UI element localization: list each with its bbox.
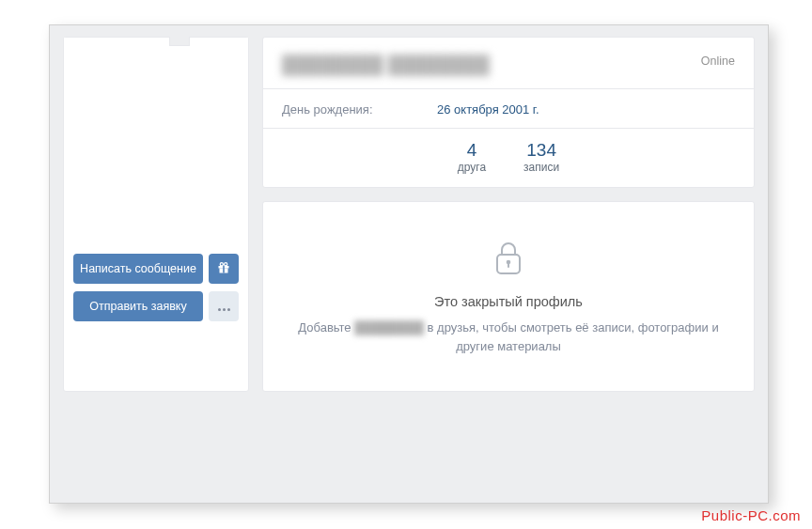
online-status: Online <box>701 54 735 68</box>
main-column: ████████ ████████ Online День рождения: … <box>262 37 755 392</box>
profile-info-card: ████████ ████████ Online День рождения: … <box>262 37 755 188</box>
private-title: Это закрытый профиль <box>282 294 735 309</box>
profile-header: ████████ ████████ Online <box>263 38 754 89</box>
counter-friends-count: 4 <box>458 140 486 161</box>
svg-rect-2 <box>223 266 225 273</box>
counter-posts-count: 134 <box>523 140 559 161</box>
lock-icon <box>493 240 523 279</box>
content-area: Написать сообщение <box>50 25 768 403</box>
app-window: Написать сообщение <box>49 24 769 504</box>
request-row: Отправить заявку <box>73 291 239 321</box>
private-text-suffix: в друзья, чтобы смотреть её записи, фото… <box>428 320 719 353</box>
counter-posts[interactable]: 134 записи <box>523 140 559 174</box>
profile-sidebar: Написать сообщение <box>63 37 249 392</box>
gift-icon <box>217 261 230 277</box>
private-text-name: ████████ <box>354 319 424 337</box>
more-button[interactable] <box>209 291 239 321</box>
svg-point-4 <box>225 262 227 265</box>
counter-posts-label: записи <box>523 161 559 174</box>
private-text-prefix: Добавьте <box>298 320 351 335</box>
avatar-placeholder <box>64 38 248 244</box>
counter-friends-label: друга <box>458 161 486 174</box>
svg-point-3 <box>220 262 223 265</box>
birthday-value[interactable]: 26 октября 2001 г. <box>437 102 539 117</box>
svg-rect-7 <box>508 263 509 268</box>
private-description: Добавьте ████████ в друзья, чтобы смотре… <box>282 319 735 355</box>
ellipsis-icon <box>217 300 231 314</box>
birthday-label: День рождения: <box>282 102 437 117</box>
send-request-button[interactable]: Отправить заявку <box>73 291 203 321</box>
private-profile-card: Это закрытый профиль Добавьте ████████ в… <box>262 201 755 392</box>
counters-row: 4 друга 134 записи <box>263 129 754 187</box>
birthday-row: День рождения: 26 октября 2001 г. <box>263 89 754 129</box>
watermark: Public-PC.com <box>701 507 801 523</box>
sidebar-buttons: Написать сообщение <box>64 244 248 331</box>
message-row: Написать сообщение <box>73 254 239 284</box>
profile-name: ████████ ████████ <box>282 54 490 75</box>
message-button[interactable]: Написать сообщение <box>73 254 203 284</box>
avatar-top-tab <box>169 37 190 46</box>
counter-friends[interactable]: 4 друга <box>458 140 486 174</box>
gift-button[interactable] <box>209 254 239 284</box>
